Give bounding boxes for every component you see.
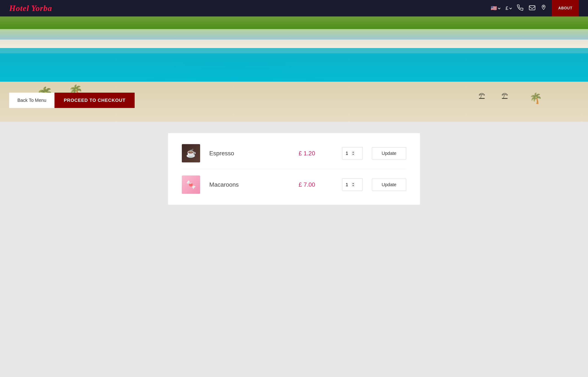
espresso-update-button[interactable]: Update <box>372 147 406 159</box>
umbrella-3: ⛱ <box>502 93 508 100</box>
currency-chevron-icon <box>509 7 512 9</box>
language-selector[interactable]: 🇺🇸 <box>491 5 500 11</box>
email-icon[interactable] <box>529 5 535 12</box>
about-button[interactable]: ABOUT <box>552 0 579 16</box>
espresso-price: £ 1.20 <box>299 150 333 157</box>
hero-section: 🌴 🌴 🌴 ⛱ ⛱ ⛱ ⛱ Back To Menu PROCEED TO CH… <box>0 16 588 122</box>
header-controls: 🇺🇸 £ ABOUT <box>491 0 579 16</box>
lang-chevron-icon <box>498 7 500 9</box>
macaroons-price: £ 7.00 <box>299 181 333 188</box>
site-header: Hotel Yorba 🇺🇸 £ ABOU <box>0 0 588 16</box>
espresso-quantity-control <box>342 147 363 159</box>
macaroons-quantity-input[interactable] <box>342 179 355 190</box>
currency-selector[interactable]: £ <box>506 5 512 11</box>
espresso-name: Espresso <box>209 150 289 157</box>
proceed-to-checkout-button[interactable]: PROCEED TO CHECKOUT <box>54 93 135 108</box>
palm-tree-3: 🌴 <box>529 93 542 103</box>
cart-section: Espresso £ 1.20 Update Macaroons £ 7.00 … <box>168 133 420 205</box>
espresso-image <box>182 144 200 162</box>
site-logo[interactable]: Hotel Yorba <box>9 3 52 13</box>
macaroons-image <box>182 176 200 194</box>
cart-item-espresso: Espresso £ 1.20 Update <box>182 138 406 169</box>
cart-item-macaroons: Macaroons £ 7.00 Update <box>182 169 406 200</box>
macaroons-quantity-control <box>342 178 363 191</box>
macaroons-name: Macaroons <box>209 181 289 188</box>
svg-rect-0 <box>529 6 535 10</box>
espresso-quantity-input[interactable] <box>342 147 355 159</box>
currency-symbol: £ <box>506 5 508 11</box>
back-to-menu-button[interactable]: Back To Menu <box>9 93 54 108</box>
umbrella-4: ⛱ <box>478 93 485 100</box>
location-icon[interactable] <box>541 5 546 12</box>
macaroons-update-button[interactable]: Update <box>372 179 406 191</box>
flag-icon: 🇺🇸 <box>491 5 497 11</box>
phone-icon[interactable] <box>517 5 523 12</box>
hero-buttons: Back To Menu PROCEED TO CHECKOUT <box>9 93 135 108</box>
svg-point-1 <box>543 6 544 7</box>
